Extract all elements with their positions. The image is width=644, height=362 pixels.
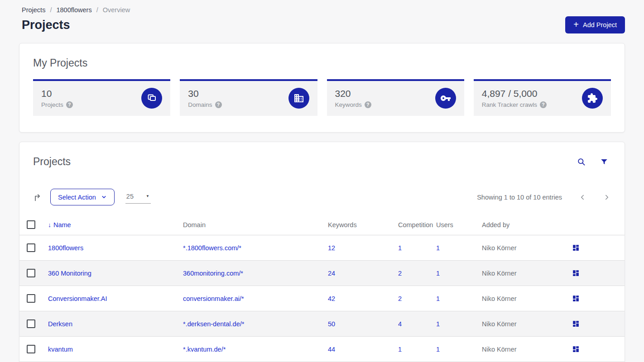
page-size-select[interactable]: 25 ▼ (125, 191, 151, 204)
projects-panel-card: Projects Select Action 25 ▼ (19, 142, 625, 362)
project-competition-link[interactable]: 4 (398, 320, 402, 328)
projects-panel-title: Projects (33, 156, 71, 168)
stat-keywords[interactable]: 320 Keywords ? (327, 79, 464, 116)
page: Projects / 1800flowers / Overview Projec… (0, 0, 644, 362)
stat-domains[interactable]: 30 Domains ? (180, 79, 317, 116)
project-keywords-link[interactable]: 42 (328, 295, 335, 302)
page-title: Projects (19, 18, 70, 32)
add-project-button[interactable]: + Add Project (565, 16, 625, 33)
projects-table: ↓Name Domain Keywords Competition Users … (19, 214, 625, 362)
search-icon[interactable] (577, 157, 586, 166)
project-name-link[interactable]: 360 Monitoring (48, 270, 91, 277)
chevron-right-icon[interactable] (603, 193, 611, 201)
column-header-name[interactable]: ↓Name (48, 214, 183, 235)
select-all-checkbox[interactable] (27, 220, 35, 229)
project-users-link[interactable]: 1 (436, 295, 440, 302)
my-projects-card: My Projects 10 Projects ? 30 (19, 43, 625, 133)
project-competition-link[interactable]: 2 (398, 295, 402, 302)
added-by-cell: Niko Körner (482, 261, 572, 286)
breadcrumb-separator: / (50, 6, 52, 14)
column-header-users[interactable]: Users (436, 214, 482, 235)
stat-crawls-label: Rank Tracker crawls (482, 101, 537, 108)
dashboard-icon[interactable] (572, 345, 580, 353)
help-icon[interactable]: ? (66, 101, 73, 108)
added-by-cell: Niko Körner (482, 311, 572, 337)
stat-crawls-value: 4,897 / 5,000 (482, 88, 547, 99)
row-checkbox[interactable] (27, 243, 35, 252)
dashboard-icon[interactable] (572, 320, 580, 328)
filter-icon[interactable] (600, 158, 608, 166)
project-competition-link[interactable]: 1 (398, 244, 402, 252)
chevron-down-icon (101, 194, 107, 200)
export-arrow-icon[interactable] (33, 193, 42, 202)
project-name-link[interactable]: kvantum (48, 346, 73, 353)
project-name-link[interactable]: Conversionmaker.AI (48, 295, 107, 302)
chevron-left-icon[interactable] (578, 193, 586, 201)
project-name-link[interactable]: 1800flowers (48, 244, 83, 252)
project-users-link[interactable]: 1 (436, 320, 440, 328)
breadcrumb: Projects / 1800flowers / Overview (19, 0, 625, 14)
select-action-dropdown[interactable]: Select Action (50, 189, 115, 205)
column-header-added-by[interactable]: Added by (482, 214, 572, 235)
project-competition-link[interactable]: 1 (398, 346, 402, 353)
breadcrumb-1800flowers[interactable]: 1800flowers (56, 6, 91, 14)
project-keywords-link[interactable]: 50 (328, 320, 335, 328)
table-row: kvantum *.kvantum.de/* 44 1 1 Niko Körne… (19, 337, 625, 362)
select-action-label: Select Action (58, 194, 96, 201)
dropdown-triangle-icon: ▼ (146, 194, 149, 198)
project-keywords-link[interactable]: 12 (328, 244, 335, 252)
stat-domains-label: Domains (188, 101, 212, 108)
stats-row: 10 Projects ? 30 Domains ? (33, 79, 611, 116)
project-keywords-link[interactable]: 44 (328, 346, 335, 353)
project-domain-link[interactable]: 360monitoring.com/* (183, 270, 243, 277)
key-icon (435, 88, 456, 109)
row-checkbox[interactable] (27, 269, 35, 277)
dashboard-icon[interactable] (572, 295, 580, 302)
stat-projects-value: 10 (41, 88, 73, 99)
project-domain-link[interactable]: *.kvantum.de/* (183, 346, 226, 353)
dashboard-icon[interactable] (572, 244, 580, 252)
breadcrumb-separator: / (96, 6, 98, 14)
project-name-link[interactable]: Derksen (48, 320, 72, 328)
my-projects-title: My Projects (33, 57, 611, 69)
dashboard-icon[interactable] (572, 269, 580, 277)
added-by-cell: Niko Körner (482, 235, 572, 261)
puzzle-icon (582, 88, 603, 109)
stat-projects[interactable]: 10 Projects ? (33, 79, 170, 116)
building-icon (288, 88, 309, 109)
stat-keywords-label: Keywords (335, 101, 362, 108)
added-by-cell: Niko Körner (482, 337, 572, 362)
projects-stack-icon (141, 88, 162, 109)
stat-rank-tracker-crawls[interactable]: 4,897 / 5,000 Rank Tracker crawls ? (474, 79, 611, 116)
plus-icon: + (573, 20, 579, 29)
project-competition-link[interactable]: 2 (398, 270, 402, 277)
help-icon[interactable]: ? (540, 101, 547, 108)
project-users-link[interactable]: 1 (436, 270, 440, 277)
add-project-label: Add Project (583, 21, 617, 29)
project-domain-link[interactable]: *.1800flowers.com/* (183, 244, 241, 252)
column-header-competition[interactable]: Competition (398, 214, 436, 235)
table-row: Conversionmaker.AI conversionmaker.ai/* … (19, 286, 625, 311)
stat-domains-value: 30 (188, 88, 221, 99)
breadcrumb-overview: Overview (103, 6, 130, 14)
page-size-value: 25 (126, 193, 134, 200)
row-checkbox[interactable] (27, 294, 35, 303)
stat-keywords-value: 320 (335, 88, 371, 99)
project-keywords-link[interactable]: 24 (328, 270, 335, 277)
project-users-link[interactable]: 1 (436, 346, 440, 353)
help-icon[interactable]: ? (215, 101, 222, 108)
table-row: Derksen *.derksen-dental.de/* 50 4 1 Nik… (19, 311, 625, 337)
column-header-keywords[interactable]: Keywords (328, 214, 398, 235)
breadcrumb-projects[interactable]: Projects (22, 6, 45, 14)
help-icon[interactable]: ? (365, 101, 371, 108)
project-domain-link[interactable]: conversionmaker.ai/* (183, 295, 244, 302)
row-checkbox[interactable] (27, 345, 35, 353)
project-users-link[interactable]: 1 (436, 244, 440, 252)
stat-projects-label: Projects (41, 101, 63, 108)
project-domain-link[interactable]: *.derksen-dental.de/* (183, 320, 244, 328)
column-header-domain[interactable]: Domain (183, 214, 328, 235)
table-row: 360 Monitoring 360monitoring.com/* 24 2 … (19, 261, 625, 286)
row-checkbox[interactable] (27, 319, 35, 328)
arrow-down-icon: ↓ (48, 221, 51, 229)
showing-entries-text: Showing 1 to 10 of 10 entries (477, 194, 562, 201)
